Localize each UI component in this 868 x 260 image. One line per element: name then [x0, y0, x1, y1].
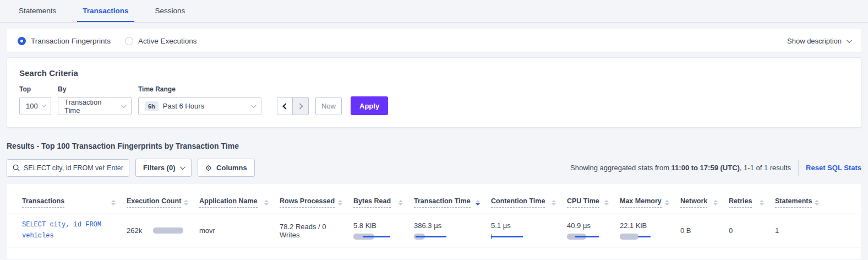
tab-statements[interactable]: Statements — [13, 0, 62, 22]
chevron-left-icon — [282, 103, 288, 109]
transaction-time-bar — [414, 234, 458, 240]
stats-time-range: 11:00 to 17:59 (UTC) — [672, 164, 740, 172]
column-header-transactions[interactable]: Transactions — [22, 197, 64, 208]
top-select[interactable]: 100 — [19, 97, 51, 115]
sort-icon[interactable] — [398, 200, 403, 205]
sort-icon[interactable] — [760, 200, 764, 205]
time-range-arrows — [277, 97, 309, 115]
show-description-label: Show description — [787, 37, 842, 45]
radio-selected-icon — [18, 37, 26, 45]
radio-label: Active Executions — [138, 37, 197, 45]
time-range-next-button[interactable] — [293, 97, 309, 115]
sort-icon-desc-active[interactable] — [476, 200, 480, 205]
view-toggle-card: Transaction Fingerprints Active Executio… — [7, 29, 861, 52]
results-table-card: Transactions Execution Count Application… — [7, 184, 861, 259]
bytes-read-bar — [353, 234, 397, 240]
statements-value: 1 — [775, 226, 830, 235]
now-button[interactable]: Now — [315, 97, 342, 115]
column-header-network[interactable]: Network — [680, 197, 707, 208]
max-memory-value: 22.1 KiB — [620, 221, 669, 230]
column-header-contention-time[interactable]: Contention Time — [491, 197, 545, 208]
sort-icon[interactable] — [264, 200, 269, 205]
aggregated-stats-text: Showing aggregated stats from 11:00 to 1… — [570, 164, 791, 172]
execution-count-value: 262k — [127, 226, 153, 235]
radio-unselected-icon — [125, 37, 133, 45]
stats-prefix: Showing aggregated stats from — [570, 164, 672, 172]
top-label: Top — [19, 85, 51, 93]
column-header-rows-processed[interactable]: Rows Processed — [280, 197, 335, 208]
column-header-cpu-time[interactable]: CPU Time — [567, 197, 599, 208]
top-value: 100 — [26, 102, 38, 110]
by-value: Transaction Time — [64, 98, 117, 115]
search-criteria-title: Search Criteria — [19, 68, 849, 78]
bytes-read-value: 5.8 KiB — [353, 221, 403, 230]
sort-icon[interactable] — [111, 200, 116, 205]
retries-value: 0 — [729, 226, 775, 235]
search-icon — [13, 164, 20, 171]
time-range-prev-button[interactable] — [277, 97, 293, 115]
radio-transaction-fingerprints[interactable]: Transaction Fingerprints — [18, 37, 111, 45]
results-toolbar: Enter Filters (0) ⚙ Columns Showing aggr… — [7, 159, 861, 177]
columns-label: Columns — [216, 164, 247, 172]
stats-suffix: , 1-1 of 1 results — [740, 164, 791, 172]
chevron-down-icon — [251, 102, 256, 108]
chevron-down-icon — [121, 102, 127, 108]
execution-count-bar — [153, 228, 186, 234]
time-range-badge: 6h — [145, 101, 159, 111]
column-header-transaction-time[interactable]: Transaction Time — [414, 197, 471, 208]
application-name-value: movr — [199, 226, 280, 235]
sort-icon[interactable] — [665, 200, 669, 205]
table-header-row: Transactions Execution Count Application… — [7, 191, 861, 214]
radio-active-executions[interactable]: Active Executions — [125, 37, 197, 45]
chevron-down-icon — [42, 103, 46, 107]
contention-time-bar — [491, 234, 535, 240]
top-control: Top 100 — [19, 85, 51, 115]
columns-button[interactable]: ⚙ Columns — [198, 159, 255, 177]
tab-sessions[interactable]: Sessions — [150, 0, 191, 22]
sort-icon[interactable] — [713, 200, 718, 205]
transaction-fingerprint-link[interactable]: SELECT city, id FROM vehicles — [22, 221, 101, 240]
time-range-label: Time Range — [138, 85, 261, 93]
network-value: 0 B — [680, 226, 729, 235]
tab-transactions[interactable]: Transactions — [77, 0, 134, 22]
search-criteria-card: Search Criteria Top 100 By Transaction T… — [7, 57, 861, 128]
sql-search-input[interactable] — [24, 164, 105, 172]
by-control: By Transaction Time — [58, 85, 132, 115]
search-enter-button[interactable]: Enter — [105, 164, 129, 172]
contention-time-value: 5.1 µs — [491, 221, 556, 230]
vertical-divider — [798, 160, 799, 176]
page-tabs: Statements Transactions Sessions — [0, 0, 868, 23]
sort-icon[interactable] — [604, 200, 609, 205]
filters-button[interactable]: Filters (0) — [135, 159, 192, 177]
column-header-bytes-read[interactable]: Bytes Read — [353, 197, 391, 208]
time-range-select[interactable]: 6h Past 6 Hours — [138, 97, 261, 115]
by-select[interactable]: Transaction Time — [58, 97, 132, 115]
sort-icon[interactable] — [815, 200, 819, 205]
chevron-down-icon — [179, 164, 185, 170]
apply-button[interactable]: Apply — [351, 96, 388, 115]
chevron-down-icon — [847, 37, 852, 43]
chevron-right-icon — [297, 103, 303, 109]
max-memory-bar — [620, 234, 664, 240]
sort-icon[interactable] — [552, 200, 556, 205]
column-header-statements[interactable]: Statements — [775, 197, 812, 208]
cpu-time-value: 40.9 µs — [567, 221, 609, 230]
filters-label: Filters (0) — [143, 164, 176, 172]
show-description-toggle[interactable]: Show description — [787, 37, 850, 45]
rows-processed-value: 78.2 Reads / 0 Writes — [280, 223, 353, 239]
column-header-retries[interactable]: Retries — [729, 197, 752, 208]
by-label: By — [58, 85, 132, 93]
sort-icon[interactable] — [184, 200, 188, 205]
reset-sql-stats-link[interactable]: Reset SQL Stats — [806, 164, 861, 172]
column-header-application-name[interactable]: Application Name — [199, 197, 258, 208]
gear-icon: ⚙ — [205, 164, 212, 172]
time-range-value: Past 6 Hours — [163, 102, 247, 110]
table-row: SELECT city, id FROM vehicles 262k movr … — [7, 214, 861, 247]
time-range-control: Time Range 6h Past 6 Hours — [138, 85, 261, 115]
sql-search-box: Enter — [7, 159, 129, 177]
column-header-execution-count[interactable]: Execution Count — [127, 197, 181, 208]
column-header-max-memory[interactable]: Max Memory — [620, 197, 662, 208]
transaction-time-value: 386.3 µs — [414, 221, 480, 230]
radio-label: Transaction Fingerprints — [31, 37, 111, 45]
sort-icon[interactable] — [338, 200, 342, 205]
